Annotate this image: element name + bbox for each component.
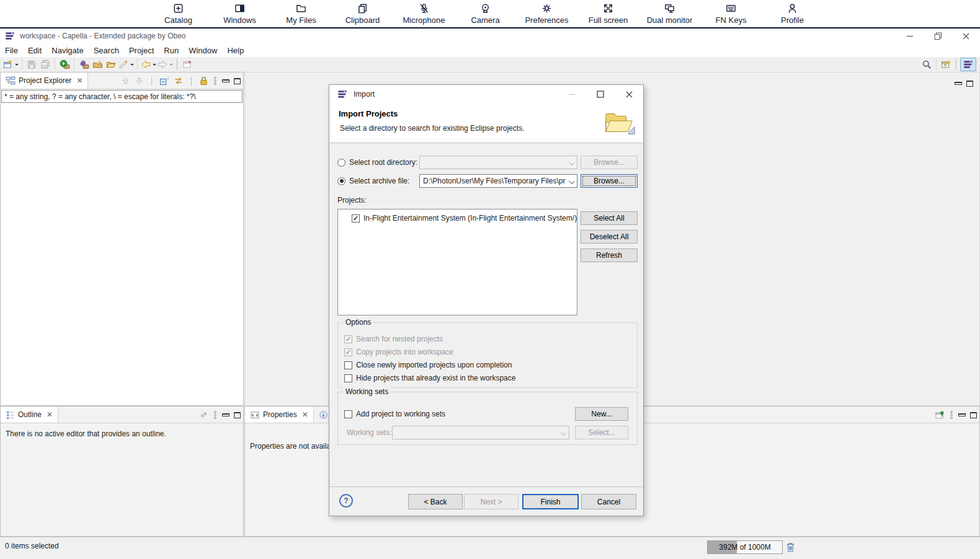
dialog-maximize-button[interactable]: [586, 85, 615, 103]
microphone-button[interactable]: Microphone: [393, 0, 455, 27]
run-garbage-collector-button[interactable]: [786, 542, 795, 553]
search-button[interactable]: [920, 58, 933, 71]
menu-file[interactable]: File: [0, 45, 23, 56]
dialog-titlebar[interactable]: Import: [329, 85, 643, 103]
cancel-button[interactable]: Cancel: [581, 494, 636, 509]
projects-list[interactable]: In-Flight Entertainment System (In-Fligh…: [337, 209, 577, 315]
tab-outline-label: Outline: [18, 410, 42, 419]
chevron-down-icon[interactable]: [569, 178, 574, 184]
link-with-editor-button[interactable]: [174, 76, 184, 86]
browse-archive-button[interactable]: Browse...: [581, 174, 638, 188]
new-working-set-button[interactable]: New...: [575, 407, 628, 421]
properties-icon: [250, 410, 260, 420]
project-explorer-filter-input[interactable]: [1, 90, 243, 103]
dialog-close-button[interactable]: [615, 85, 643, 103]
back-button[interactable]: [141, 58, 156, 71]
working-sets-group-title: Working sets: [343, 387, 391, 396]
view-menu-icon[interactable]: [949, 410, 954, 420]
collapse-all-button[interactable]: [159, 76, 169, 86]
maximize-view-button[interactable]: [234, 78, 241, 84]
back-button[interactable]: < Back: [408, 494, 463, 509]
capella-perspective-button[interactable]: [960, 58, 976, 71]
close-imported-checkbox[interactable]: [344, 361, 352, 369]
close-icon[interactable]: ✕: [302, 410, 308, 419]
minimize-view-button[interactable]: [958, 413, 966, 416]
help-button[interactable]: ?: [339, 494, 353, 508]
microphone-muted-icon: [418, 2, 430, 14]
tab-outline[interactable]: Outline ✕: [1, 407, 58, 423]
root-directory-radio[interactable]: [337, 159, 345, 167]
window-close-button[interactable]: [952, 29, 980, 43]
dual-monitor-button[interactable]: Dual monitor: [639, 0, 700, 27]
project-list-item[interactable]: In-Flight Entertainment System (In-Fligh…: [352, 214, 577, 222]
archive-file-radio[interactable]: [337, 177, 345, 185]
add-working-sets-checkbox[interactable]: [344, 410, 352, 418]
window-restore-button[interactable]: [924, 29, 952, 43]
capella-perspective-icon: [963, 59, 973, 69]
hide-existing-checkbox[interactable]: [344, 374, 352, 382]
archive-file-combo[interactable]: D:\PhotonUser\My Files\Temporary Files\p…: [419, 174, 577, 188]
menu-help[interactable]: Help: [222, 45, 249, 56]
catalog-button[interactable]: Catalog: [148, 0, 209, 27]
view-menu-icon[interactable]: [213, 76, 218, 86]
pen-dropdown[interactable]: [130, 64, 134, 66]
back-dropdown[interactable]: [153, 64, 156, 66]
window-minimize-button[interactable]: [896, 29, 924, 43]
preferences-button[interactable]: Preferences: [516, 0, 577, 27]
new-wizard-button[interactable]: [3, 58, 19, 71]
new-wizard-icon: [3, 59, 13, 69]
minimize-view-button[interactable]: [222, 413, 229, 416]
menu-run[interactable]: Run: [159, 45, 184, 56]
menu-navigate[interactable]: Navigate: [47, 45, 88, 56]
fn-keys-button[interactable]: FN Keys: [700, 0, 762, 27]
menu-edit[interactable]: Edit: [23, 45, 47, 56]
pin-view-button[interactable]: [935, 410, 945, 420]
option-hide-existing[interactable]: Hide projects that already exist in the …: [344, 372, 515, 384]
full-screen-icon: [602, 2, 614, 14]
maximize-view-button[interactable]: [234, 412, 241, 418]
add-working-sets-option[interactable]: Add project to working sets: [344, 408, 445, 420]
highlight-pen-button[interactable]: [118, 58, 134, 71]
tab-project-explorer-label: Project Explorer: [19, 76, 71, 85]
windows-button[interactable]: Windows: [209, 0, 270, 27]
close-icon[interactable]: ✕: [76, 76, 82, 85]
project-checkbox[interactable]: [352, 214, 360, 222]
refresh-button[interactable]: Refresh: [581, 249, 638, 262]
close-icon[interactable]: ✕: [47, 410, 53, 419]
select-all-button[interactable]: Select All: [581, 211, 638, 225]
copy-projects-label: Copy projects into workspace: [356, 348, 453, 356]
my-files-button[interactable]: My Files: [270, 0, 332, 27]
appstream-toolbar: Catalog Windows My Files Clipboard Micro…: [0, 0, 980, 29]
maximize-editor-button[interactable]: [966, 81, 973, 87]
menu-search[interactable]: Search: [89, 45, 124, 56]
deselect-all-button[interactable]: Deselect All: [581, 230, 638, 244]
options-group: Options Search for nested projects Copy …: [337, 322, 638, 388]
menu-project[interactable]: Project: [124, 45, 159, 56]
minimize-view-button[interactable]: [222, 79, 229, 82]
fn-keys-label: FN Keys: [716, 15, 747, 25]
profile-button[interactable]: Profile: [762, 0, 823, 27]
generate-button[interactable]: [78, 58, 90, 71]
tab-project-explorer[interactable]: Project Explorer ✕: [1, 73, 88, 89]
open-perspective-button[interactable]: [940, 58, 952, 71]
root-directory-row: Select root directory:: [337, 156, 417, 169]
camera-button[interactable]: Camera: [455, 0, 516, 27]
minimize-editor-button[interactable]: [955, 82, 962, 85]
maximize-view-button[interactable]: [970, 412, 977, 418]
expand-up-button: [121, 76, 130, 86]
lock-button[interactable]: [199, 76, 208, 86]
menu-window[interactable]: Window: [184, 45, 222, 56]
open-folder-button[interactable]: [105, 58, 117, 71]
import-project-button[interactable]: [91, 58, 104, 71]
copy-projects-checkbox: [344, 348, 352, 356]
option-close-imported[interactable]: Close newly imported projects upon compl…: [344, 359, 512, 371]
full-screen-button[interactable]: Full screen: [577, 0, 639, 27]
tab-properties[interactable]: Properties ✕: [245, 407, 314, 423]
new-wizard-dropdown[interactable]: [15, 64, 19, 66]
clipboard-button[interactable]: Clipboard: [332, 0, 393, 27]
finish-button[interactable]: Finish: [522, 494, 579, 509]
folder-icon: [295, 2, 307, 14]
dialog-heading: Import Projects: [339, 109, 398, 118]
validate-model-button[interactable]: [58, 58, 71, 71]
view-menu-icon[interactable]: [213, 410, 218, 420]
